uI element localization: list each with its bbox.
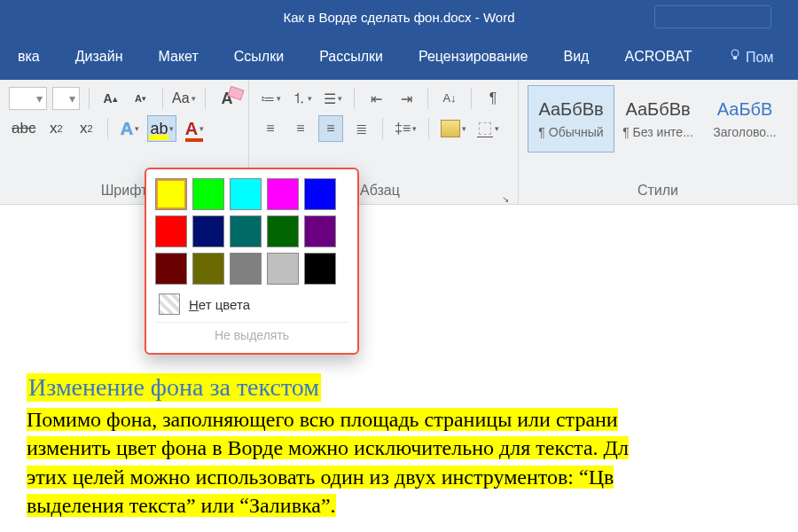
style-normal[interactable]: АаБбВв ¶ Обычный xyxy=(528,85,614,153)
color-swatch[interactable] xyxy=(267,178,299,210)
styles-gallery: АаБбВв ¶ Обычный АаБбВв ¶ Без инте... Аа… xyxy=(528,85,788,153)
tell-me[interactable]: Пом xyxy=(710,48,792,66)
highlight-button[interactable]: ab▾ xyxy=(147,115,176,142)
subscript-icon: x xyxy=(50,120,58,137)
no-color-label: Нет цвета xyxy=(189,297,250,312)
sort-button[interactable]: А↓ xyxy=(437,85,462,112)
document-title: Как в Ворде сделать фон.docx - Word xyxy=(284,10,515,25)
superscript-button[interactable]: x2 xyxy=(74,115,98,142)
tab-review[interactable]: Рецензирование xyxy=(401,49,546,65)
indent-button[interactable]: ⇥ xyxy=(394,85,419,112)
tab-design[interactable]: Дизайн xyxy=(58,49,141,65)
style-preview: АаБбВ xyxy=(717,99,773,120)
increase-font-button[interactable]: A▴ xyxy=(98,85,123,112)
doc-line: выделения текста” или “Заливка”. xyxy=(27,494,336,517)
separator xyxy=(428,118,429,139)
borders-icon xyxy=(477,121,493,137)
clear-format-button[interactable]: A xyxy=(215,85,239,112)
text-effects-button[interactable]: A▾ xyxy=(117,115,142,142)
style-preview: АаБбВв xyxy=(538,99,603,120)
color-swatch[interactable] xyxy=(230,253,262,285)
color-swatch[interactable] xyxy=(230,178,262,210)
bullets-button[interactable]: ≔▾ xyxy=(258,85,284,112)
separator xyxy=(89,88,90,109)
style-label: ¶ Без инте... xyxy=(622,125,693,139)
tab-references[interactable]: Ссылки xyxy=(216,49,301,65)
doc-line: Помимо фона, заполняющего всю площадь ст… xyxy=(27,408,618,431)
color-swatch[interactable] xyxy=(192,178,224,210)
color-swatches xyxy=(155,178,348,285)
color-swatch[interactable] xyxy=(230,215,262,247)
decrease-font-icon: A xyxy=(135,93,142,104)
color-swatch[interactable] xyxy=(155,253,187,285)
decrease-font-button[interactable]: A▾ xyxy=(129,85,153,112)
shading-button[interactable]: ▾ xyxy=(438,115,469,142)
borders-button[interactable]: ▾ xyxy=(474,115,502,142)
align-center-button[interactable]: ≡ xyxy=(288,115,313,142)
color-swatch[interactable] xyxy=(304,253,336,285)
svg-rect-1 xyxy=(733,57,737,59)
subscript-button[interactable]: x2 xyxy=(43,115,68,142)
group-styles: АаБбВв ¶ Обычный АаБбВв ¶ Без инте... Аа… xyxy=(519,80,798,204)
doc-heading[interactable]: Изменение фона за текстом xyxy=(27,373,321,402)
separator xyxy=(162,88,163,109)
eraser-icon: A xyxy=(222,90,233,108)
numbering-button[interactable]: ⒈▾ xyxy=(289,85,315,112)
color-swatch[interactable] xyxy=(192,253,224,285)
doc-body[interactable]: Помимо фона, заполняющего всю площадь ст… xyxy=(27,405,798,520)
font-name-combo[interactable]: ▾ xyxy=(9,87,47,110)
font-color-button[interactable]: A▾ xyxy=(182,115,207,142)
color-swatch[interactable] xyxy=(304,215,336,247)
ribbon: ▾ ▾ A▴ A▾ Aa▾ A abc x2 x2 A▾ ab▾ A▾ Шриф… xyxy=(0,80,798,205)
separator xyxy=(107,118,108,139)
align-right-button[interactable]: ≡ xyxy=(318,115,343,142)
bulb-icon xyxy=(728,48,742,62)
style-no-spacing[interactable]: АаБбВв ¶ Без инте... xyxy=(614,85,701,153)
color-swatch[interactable] xyxy=(192,215,224,247)
align-left-button[interactable]: ≡ xyxy=(258,115,283,142)
no-color-item[interactable]: Нет цвета xyxy=(155,285,348,318)
tab-mailings[interactable]: Рассылки xyxy=(301,49,401,65)
line-spacing-button[interactable]: ‡≡▾ xyxy=(392,115,419,142)
style-heading[interactable]: АаБбВ Заголово... xyxy=(701,85,788,153)
tab-acrobat[interactable]: ACROBAT xyxy=(606,49,709,65)
multilevel-button[interactable]: ☰▾ xyxy=(320,85,345,112)
show-marks-button[interactable]: ¶ xyxy=(481,85,505,112)
color-swatch[interactable] xyxy=(267,253,299,285)
font-size-combo[interactable]: ▾ xyxy=(52,87,80,110)
paragraph-dialog-launcher[interactable]: ↘ xyxy=(502,194,509,204)
svg-point-0 xyxy=(732,50,739,57)
color-swatch[interactable] xyxy=(304,178,336,210)
font-color-icon: A xyxy=(185,119,198,139)
change-case-button[interactable]: Aa▾ xyxy=(171,85,196,112)
separator xyxy=(427,88,428,109)
tab-layout[interactable]: Макет xyxy=(141,49,216,65)
outdent-button[interactable]: ⇤ xyxy=(364,85,388,112)
highlight-icon: ab xyxy=(150,120,168,138)
separator xyxy=(471,88,472,109)
shading-icon xyxy=(441,120,460,137)
group-styles-label: Стили xyxy=(528,177,788,204)
document-page: Изменение фона за текстом Помимо фона, з… xyxy=(0,205,798,520)
text-effects-icon: A xyxy=(121,119,133,139)
separator xyxy=(205,88,206,109)
ribbon-tabs: вка Дизайн Макет Ссылки Рассылки Рецензи… xyxy=(0,34,798,80)
account-box[interactable] xyxy=(654,5,771,28)
separator xyxy=(382,118,383,139)
style-label: Заголово... xyxy=(713,125,776,139)
tell-me-label: Пом xyxy=(746,50,773,65)
strike-button[interactable]: abc xyxy=(9,115,38,142)
color-swatch[interactable] xyxy=(155,215,187,247)
doc-line: этих целей можно использовать один из дв… xyxy=(27,466,614,489)
tab-view[interactable]: Вид xyxy=(546,49,607,65)
change-case-icon: Aa xyxy=(172,90,190,106)
separator xyxy=(354,88,355,109)
highlight-color-picker: Нет цвета Не выделять xyxy=(145,168,359,355)
tab-insert[interactable]: вка xyxy=(0,49,58,65)
color-swatch[interactable] xyxy=(155,178,187,210)
style-preview: АаБбВв xyxy=(625,99,690,120)
justify-button[interactable]: ≣ xyxy=(348,115,373,142)
color-swatch[interactable] xyxy=(267,215,299,247)
superscript-icon: x xyxy=(80,120,88,137)
no-color-icon xyxy=(159,293,180,315)
